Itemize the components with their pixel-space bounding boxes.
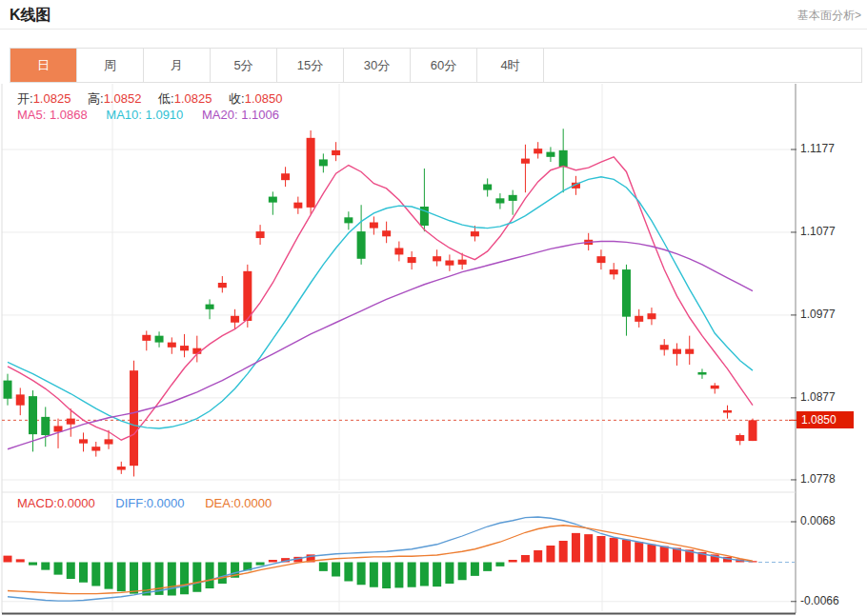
price-tick-2: 1.0977 — [800, 308, 836, 321]
ma20-label: MA20: — [202, 108, 238, 122]
close-label: 收: — [229, 91, 245, 106]
macd-label: MACD: — [17, 496, 57, 510]
ma20-value: 1.1006 — [241, 108, 279, 122]
dea-label: DEA: — [205, 496, 233, 510]
open-value: 1.0825 — [33, 91, 71, 106]
dea-value: 0.0000 — [234, 496, 272, 510]
ma-readout: MA5: 1.0868 MA10: 1.0910 MA20: 1.1006 — [17, 108, 294, 122]
diff-value: 0.0000 — [147, 496, 185, 510]
macd-tick-max: 0.0068 — [800, 514, 836, 527]
kline-widget: { "header": { "title": "K线图", "link": "基… — [0, 0, 867, 616]
price-tick-3: 1.0877 — [800, 390, 836, 404]
price-tick-1: 1.1077 — [800, 225, 836, 238]
open-label: 开: — [17, 91, 33, 106]
macd-value: 0.0000 — [57, 496, 95, 510]
high-value: 1.0852 — [104, 91, 142, 106]
ma5-value: 1.0868 — [50, 108, 88, 122]
ohlc-readout: 开:1.0825 高:1.0852 低:1.0825 收:1.0850 — [17, 90, 295, 108]
low-label: 低: — [158, 91, 174, 106]
macd-tick-min: -0.0066 — [800, 594, 839, 607]
price-tick-4: 1.0778 — [800, 472, 836, 486]
ma10-label: MA10: — [106, 108, 142, 122]
ma5-label: MA5: — [17, 108, 46, 122]
price-tick-0: 1.1177 — [800, 142, 835, 155]
current-price-tag: 1.0850 — [796, 411, 854, 428]
ma10-value: 1.0910 — [146, 108, 184, 122]
macd-readout: MACD:0.0000 DIFF:0.0000 DEA:0.0000 — [17, 496, 289, 510]
diff-label: DIFF: — [115, 496, 147, 510]
high-label: 高: — [88, 91, 104, 106]
low-value: 1.0825 — [174, 91, 212, 106]
close-value: 1.0850 — [245, 91, 283, 106]
